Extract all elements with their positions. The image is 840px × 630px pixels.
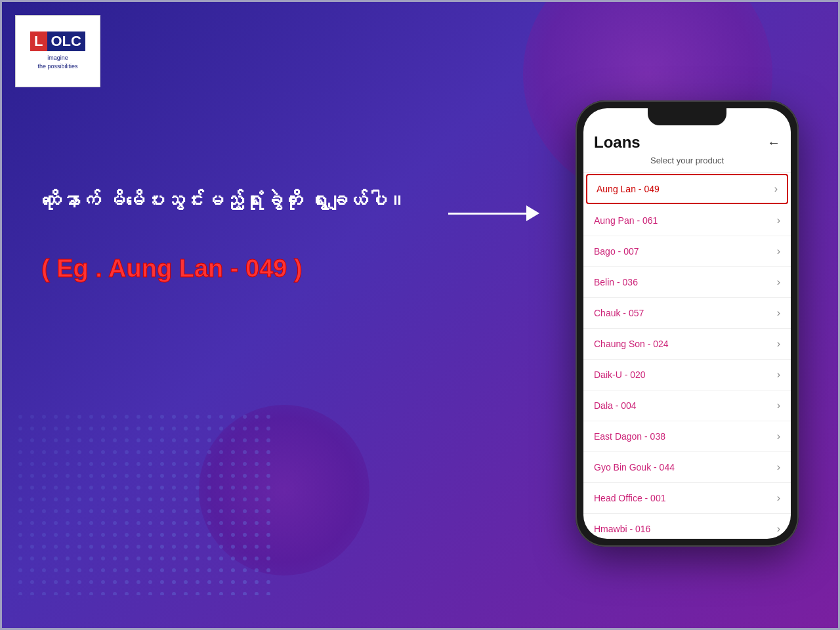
product-item-bago[interactable]: Bago - 007 › xyxy=(583,236,791,267)
product-item-head-office[interactable]: Head Office - 001 › xyxy=(583,483,791,514)
product-name: Chaung Son - 024 xyxy=(594,339,669,349)
chevron-right-icon: › xyxy=(777,400,780,411)
myanmar-instruction-text: ထိုနောက် မိမိပေးသွင်းမည့်ရုံးခွဲကို ရွေး… xyxy=(41,186,448,215)
left-content-area: ထိုနောက် မိမိပေးသွင်းမည့်ရုံးခွဲကို ရွေး… xyxy=(41,186,448,283)
phone-inner-screen: Loans ← Select your product Aung Lan - 0… xyxy=(583,108,791,539)
product-item-east-dagon[interactable]: East Dagon - 038 › xyxy=(583,421,791,452)
product-name: Daik-U - 020 xyxy=(594,369,646,380)
chevron-right-icon: › xyxy=(777,276,780,288)
main-container: L OLC imagine the possibilities ထိုနောက်… xyxy=(0,0,840,630)
product-name: East Dagon - 038 xyxy=(594,431,665,442)
arrow-indicator xyxy=(448,205,539,221)
phone-notch xyxy=(648,108,726,125)
product-list: Aung Lan - 049 › Aung Pan - 061 › Bago -… xyxy=(583,173,791,539)
app-header: Loans ← xyxy=(583,127,791,156)
product-name: Head Office - 001 xyxy=(594,493,665,503)
phone-outer-frame: Loans ← Select your product Aung Lan - 0… xyxy=(576,100,799,547)
product-item-aung-lan[interactable]: Aung Lan - 049 › xyxy=(586,174,788,204)
phone-mockup: Loans ← Select your product Aung Lan - 0… xyxy=(576,100,799,547)
app-subtitle: Select your product xyxy=(583,156,791,173)
chevron-right-icon: › xyxy=(777,461,780,473)
product-item-chaung-son[interactable]: Chaung Son - 024 › xyxy=(583,329,791,360)
arrow-head xyxy=(526,205,539,221)
product-item-aung-pan[interactable]: Aung Pan - 061 › xyxy=(583,205,791,236)
logo-container: L OLC imagine the possibilities xyxy=(15,15,100,87)
chevron-right-icon: › xyxy=(777,338,780,350)
chevron-right-icon: › xyxy=(777,307,780,319)
dot-pattern-decoration xyxy=(15,411,278,595)
chevron-right-icon: › xyxy=(777,215,780,226)
logo-olc: OLC xyxy=(47,32,85,51)
chevron-right-icon: › xyxy=(774,183,778,195)
chevron-right-icon: › xyxy=(777,245,780,257)
product-item-belin[interactable]: Belin - 036 › xyxy=(583,267,791,298)
product-item-daik-u[interactable]: Daik-U - 020 › xyxy=(583,360,791,390)
product-name: Chauk - 057 xyxy=(594,308,644,318)
chevron-right-icon: › xyxy=(777,369,780,381)
arrow-line xyxy=(448,213,527,215)
product-name: Aung Lan - 049 xyxy=(597,184,660,194)
chevron-right-icon: › xyxy=(777,430,780,442)
app-title: Loans xyxy=(594,133,640,152)
product-name: Belin - 036 xyxy=(594,277,638,287)
phone-screen-content: Loans ← Select your product Aung Lan - 0… xyxy=(583,108,791,539)
product-name: Gyo Bin Gouk - 044 xyxy=(594,462,675,472)
logo-lolc: L OLC xyxy=(30,32,85,51)
chevron-right-icon: › xyxy=(777,492,780,504)
logo-l: L xyxy=(30,32,47,51)
product-item-chauk[interactable]: Chauk - 057 › xyxy=(583,298,791,329)
example-text: ( Eg . Aung Lan - 049 ) xyxy=(41,255,448,283)
product-name: Dala - 004 xyxy=(594,400,637,411)
product-item-hmawbi[interactable]: Hmawbi - 016 › xyxy=(583,514,791,539)
product-name: Aung Pan - 061 xyxy=(594,215,658,226)
chevron-right-icon: › xyxy=(777,523,780,535)
back-button[interactable]: ← xyxy=(767,135,780,150)
product-name: Hmawbi - 016 xyxy=(594,524,650,534)
product-item-dala[interactable]: Dala - 004 › xyxy=(583,390,791,421)
product-item-gyo-bin-gouk[interactable]: Gyo Bin Gouk - 044 › xyxy=(583,452,791,483)
product-name: Bago - 007 xyxy=(594,246,639,257)
logo-tagline: imagine the possibilities xyxy=(37,54,77,70)
